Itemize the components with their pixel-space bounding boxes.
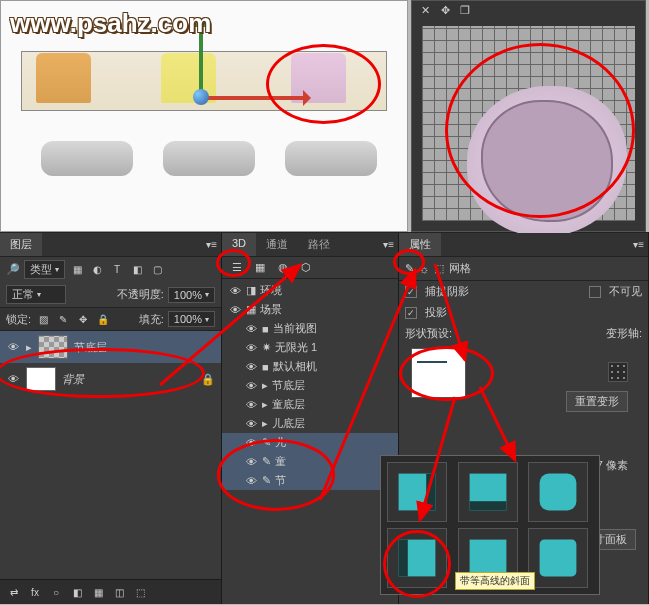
scene-tree: 👁◨环境 👁▦场景 👁■当前视图 👁✷无限光 1 👁■默认相机 👁▸节底层 👁▸… <box>222 279 398 492</box>
tree-item-er[interactable]: 👁✎儿 <box>222 433 398 452</box>
filter-bar-props: ✎ ☼ ⬚ 网格 <box>399 257 648 281</box>
layer-list: 👁 ▸ 节底层 👁 背景 🔒 <box>0 331 221 395</box>
group-icon[interactable]: ▦ <box>90 584 106 600</box>
preset-tile-4[interactable] <box>387 528 447 588</box>
search-icon[interactable]: 🔎 <box>6 263 20 276</box>
trash-icon[interactable]: ⬚ <box>132 584 148 600</box>
tree-default-camera[interactable]: 👁■默认相机 <box>222 357 398 376</box>
item-label: 儿底层 <box>272 416 305 431</box>
tab-paths[interactable]: 路径 <box>298 233 340 256</box>
item-label: 节底层 <box>272 378 305 393</box>
lock-trans-icon[interactable]: ▨ <box>35 311 51 327</box>
blob-3[interactable] <box>285 141 377 176</box>
cast-shadow-checkbox[interactable] <box>405 307 417 319</box>
tab-layers[interactable]: 图层 <box>0 233 42 256</box>
filter-pixel-icon[interactable]: ▦ <box>69 262 85 278</box>
preset-tile-2[interactable] <box>458 462 518 522</box>
visibility-icon[interactable]: 👁 <box>6 373 20 385</box>
invisible-checkbox[interactable] <box>589 286 601 298</box>
filter-adjust-icon[interactable]: ◐ <box>89 262 105 278</box>
shape-preset-picker[interactable] <box>411 348 466 398</box>
item-label: 默认相机 <box>273 359 317 374</box>
disclosure-icon[interactable]: ▸ <box>26 341 32 354</box>
light-icon: ✷ <box>262 341 271 354</box>
lock-all-icon[interactable]: 🔒 <box>95 311 111 327</box>
layer-name[interactable]: 节底层 <box>74 340 107 355</box>
item-label: 童底层 <box>272 397 305 412</box>
lock-pos-icon[interactable]: ✥ <box>75 311 91 327</box>
filter-scene-icon[interactable]: ☰ <box>228 261 246 274</box>
blend-mode-select[interactable]: 正常 <box>6 285 66 304</box>
tree-item-tong[interactable]: 👁✎童 <box>222 452 398 471</box>
object-orange[interactable] <box>36 53 91 103</box>
filter-shape-icon[interactable]: ◧ <box>129 262 145 278</box>
layer-item-2[interactable]: 👁 背景 🔒 <box>0 363 221 395</box>
preset-tile-3[interactable] <box>528 462 588 522</box>
blob-2[interactable] <box>163 141 255 176</box>
cap-props-icon[interactable]: ⬚ <box>434 262 444 275</box>
link-icon[interactable]: ⇄ <box>6 584 22 600</box>
secondary-viewport[interactable]: ✕ ✥ ❐ <box>411 0 646 232</box>
panel-menu-icon[interactable]: ▾≡ <box>383 239 394 250</box>
preview-shape[interactable] <box>467 86 627 236</box>
lock-icon[interactable]: 🔒 <box>201 373 215 386</box>
mini-toolbar: ✕ ✥ ❐ <box>412 1 645 19</box>
fill-value[interactable]: 100% <box>168 311 215 327</box>
tab-channels[interactable]: 通道 <box>256 233 298 256</box>
layer-name[interactable]: 背景 <box>62 372 84 387</box>
filter-light-icon[interactable]: ⬡ <box>297 261 315 274</box>
adjust-icon[interactable]: ◧ <box>69 584 85 600</box>
item-label: 童 <box>275 454 286 469</box>
tree-environment[interactable]: 👁◨环境 <box>222 281 398 300</box>
panel-menu-icon[interactable]: ▾≡ <box>633 239 644 250</box>
invisible-label: 不可见 <box>609 284 642 299</box>
filter-smart-icon[interactable]: ▢ <box>149 262 165 278</box>
deform-props-icon[interactable]: ☼ <box>419 263 429 275</box>
tree-layer-1[interactable]: 👁▸节底层 <box>222 376 398 395</box>
filter-mesh-icon[interactable]: ▦ <box>251 261 269 274</box>
opacity-label: 不透明度: <box>117 287 164 302</box>
new-layer-icon[interactable]: ◫ <box>111 584 127 600</box>
visibility-icon[interactable]: 👁 <box>6 341 20 353</box>
camera-icon: ■ <box>262 323 269 335</box>
close-icon[interactable]: ✕ <box>418 4 432 17</box>
catch-shadow-checkbox[interactable] <box>405 286 417 298</box>
preset-tile-1[interactable] <box>387 462 447 522</box>
tab-3d[interactable]: 3D <box>222 233 256 256</box>
tab-properties[interactable]: 属性 <box>399 233 441 256</box>
blob-1[interactable] <box>41 141 133 176</box>
ground-plane-grid <box>422 26 635 221</box>
opacity-value[interactable]: 100% <box>168 287 215 303</box>
tree-item-jie[interactable]: 👁✎节 <box>222 471 398 490</box>
deform-axis-grid[interactable] <box>608 362 628 382</box>
mask-icon[interactable]: ○ <box>48 584 64 600</box>
reset-deform-button[interactable]: 重置变形 <box>566 391 628 412</box>
tree-layer-2[interactable]: 👁▸童底层 <box>222 395 398 414</box>
axis-origin[interactable] <box>193 89 209 105</box>
move-icon[interactable]: ✥ <box>438 4 452 17</box>
svg-rect-7 <box>469 540 506 577</box>
scene-icon: ▦ <box>246 303 256 316</box>
layer-item-1[interactable]: 👁 ▸ 节底层 <box>0 331 221 363</box>
layer-thumb[interactable] <box>38 335 68 359</box>
tree-current-view[interactable]: 👁■当前视图 <box>222 319 398 338</box>
bounds-icon[interactable]: ❐ <box>458 4 472 17</box>
tree-layer-3[interactable]: 👁▸儿底层 <box>222 414 398 433</box>
fx-icon[interactable]: fx <box>27 584 43 600</box>
shape-preset-popup: 带等高线的斜面 <box>380 455 600 595</box>
item-label: 无限光 1 <box>275 340 317 355</box>
tree-scene[interactable]: 👁▦场景 <box>222 300 398 319</box>
deform-axis-label: 变形轴: <box>606 326 642 341</box>
panel-menu-icon[interactable]: ▾≡ <box>206 239 217 250</box>
mesh-props-icon[interactable]: ✎ <box>405 262 414 275</box>
filter-kind-select[interactable]: 类型 <box>24 260 65 279</box>
axis-x[interactable] <box>199 96 309 100</box>
preset-tile-6[interactable] <box>528 528 588 588</box>
layer-thumb[interactable] <box>26 367 56 391</box>
catch-shadow-row: 捕捉阴影 不可见 <box>399 281 648 302</box>
lock-paint-icon[interactable]: ✎ <box>55 311 71 327</box>
filter-type-icon[interactable]: T <box>109 262 125 278</box>
coord-props-icon[interactable]: 网格 <box>449 261 471 276</box>
filter-material-icon[interactable]: ◍ <box>274 261 292 274</box>
tree-infinite-light[interactable]: 👁✷无限光 1 <box>222 338 398 357</box>
